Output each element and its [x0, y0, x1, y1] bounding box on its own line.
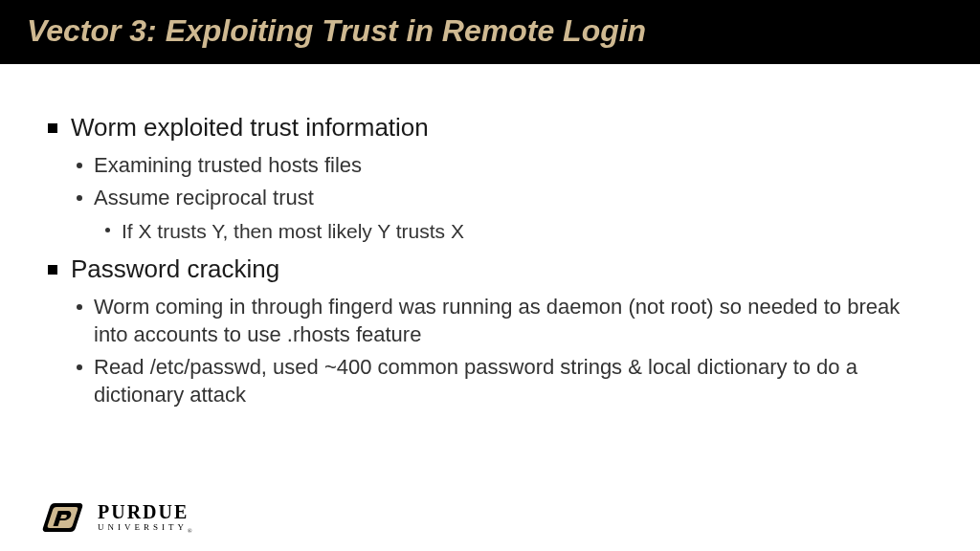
bullet-lvl2: Examining trusted hosts files [77, 152, 932, 180]
dot-bullet-icon [77, 163, 82, 168]
slide-title: Vector 3: Exploiting Trust in Remote Log… [27, 13, 646, 48]
logo-main-text: PURDUE [98, 502, 192, 521]
bullet-text: If X trusts Y, then most likely Y trusts… [122, 218, 464, 244]
bullet-lvl1: Worm exploited trust information Examini… [48, 112, 932, 244]
purdue-logo: PURDUE UNIVERSITY® [40, 501, 192, 534]
bullet-lvl1: Password cracking Worm coming in through… [48, 253, 932, 408]
bullet-text: Password cracking [71, 253, 279, 286]
square-bullet-icon [48, 123, 57, 133]
bullet-text: Worm exploited trust information [71, 112, 429, 144]
dot-bullet-icon [77, 195, 82, 201]
bullet-lvl3: If X trusts Y, then most likely Y trusts… [105, 218, 932, 244]
bullet-text: Worm coming in through fingerd was runni… [94, 294, 932, 348]
bullet-lvl2: Assume reciprocal trust If X trusts Y, t… [77, 185, 932, 244]
dot-bullet-icon [77, 304, 82, 310]
dot-bullet-icon [105, 228, 110, 232]
purdue-wordmark: PURDUE UNIVERSITY® [98, 502, 192, 534]
slide: Vector 3: Exploiting Trust in Remote Log… [0, 0, 980, 551]
bullet-lvl2: Worm coming in through fingerd was runni… [77, 294, 932, 348]
square-bullet-icon [48, 265, 57, 275]
bullet-text: Read /etc/passwd, used ~400 common passw… [94, 354, 932, 408]
title-bar: Vector 3: Exploiting Trust in Remote Log… [0, 0, 980, 64]
bullet-text: Examining trusted hosts files [94, 152, 362, 180]
purdue-p-icon [40, 501, 88, 534]
dot-bullet-icon [77, 364, 82, 370]
logo-sub-text: UNIVERSITY® [98, 523, 192, 534]
bullet-lvl2: Read /etc/passwd, used ~400 common passw… [77, 354, 932, 408]
slide-content: Worm exploited trust information Examini… [0, 64, 980, 551]
bullet-text: Assume reciprocal trust [94, 185, 314, 212]
